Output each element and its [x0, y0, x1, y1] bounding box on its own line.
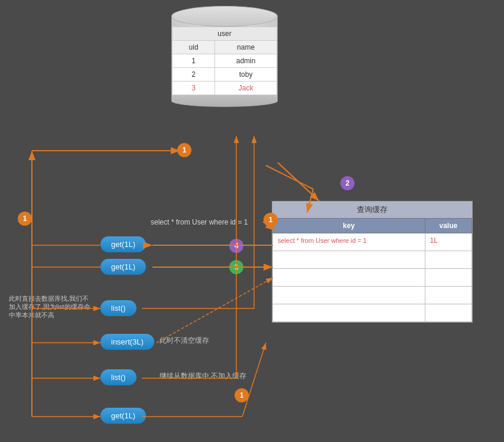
step-circle-left: 1: [18, 212, 32, 226]
step-circle-green: 1: [229, 260, 243, 274]
list-button-2[interactable]: list(): [100, 369, 136, 385]
query-cache: 查询缓存 key value select * from User where …: [272, 201, 473, 323]
cache-value-4: [425, 287, 472, 304]
get1L-button-2[interactable]: get(1L): [100, 259, 146, 275]
insert3L-button[interactable]: insert(3L): [100, 334, 154, 350]
cache-value-5: [425, 304, 472, 322]
step-circle-2: 2: [340, 176, 355, 190]
row-1-name: admin: [215, 54, 277, 68]
svg-line-24: [157, 278, 273, 343]
step-circle-4: 4: [229, 239, 243, 253]
row-3-uid: 3: [173, 82, 215, 95]
cache-col-value: value: [425, 219, 472, 233]
query-label: select * from User where id = 1: [151, 218, 248, 226]
db-top: [171, 6, 278, 27]
database-diagram: user uid name 1 admin 2 toby 3 Jack: [160, 6, 290, 107]
insert-note: 此时不清空缓存: [160, 336, 209, 346]
col-name: name: [215, 41, 277, 54]
db-table: user uid name 1 admin 2 toby 3 Jack: [172, 27, 277, 95]
cache-key-3: [273, 269, 425, 287]
cache-title: 查询缓存: [272, 202, 472, 218]
list-note: 继续从数据库中,不加入缓存: [160, 371, 246, 381]
row-2-uid: 2: [173, 68, 215, 82]
db-body: user uid name 1 admin 2 toby 3 Jack: [171, 17, 278, 95]
svg-line-7: [278, 162, 319, 201]
cache-table: key value select * from User where id = …: [272, 218, 472, 322]
step-circle-query: 1: [264, 213, 278, 227]
svg-line-4: [266, 165, 313, 189]
cache-row-1: select * from User where id = 1 1L: [273, 233, 472, 251]
cache-row-3: [273, 269, 472, 287]
row-2-name: toby: [215, 68, 277, 82]
table-title: user: [173, 27, 277, 41]
cache-row-4: [273, 287, 472, 304]
list-button-1[interactable]: list(): [100, 300, 136, 316]
note-line2: 加入缓存了,因为list的缓存命: [9, 303, 90, 311]
cache-value-1: 1L: [425, 233, 472, 251]
note-line3: 中率本来就不高: [9, 311, 54, 320]
step-circle-bottom: 1: [235, 388, 249, 402]
cache-row-2: [273, 251, 472, 269]
svg-line-6: [278, 162, 319, 201]
cache-row-5: [273, 304, 472, 322]
step-circle-db: 1: [177, 143, 191, 157]
row-1-uid: 1: [173, 54, 215, 68]
cache-value-2: [425, 251, 472, 269]
cache-key-4: [273, 287, 425, 304]
note-line1: 此时直接去数据库找,我们不: [9, 294, 89, 303]
cache-col-key: key: [273, 219, 425, 233]
get1L-button-3[interactable]: get(1L): [100, 408, 146, 424]
cache-value-3: [425, 269, 472, 287]
cache-key-1: select * from User where id = 1: [273, 233, 425, 251]
cache-key-2: [273, 251, 425, 269]
get1L-button-1[interactable]: get(1L): [100, 236, 146, 252]
col-uid: uid: [173, 41, 215, 54]
cache-key-5: [273, 304, 425, 322]
db-bottom: [171, 95, 278, 107]
row-3-name: Jack: [215, 82, 277, 95]
